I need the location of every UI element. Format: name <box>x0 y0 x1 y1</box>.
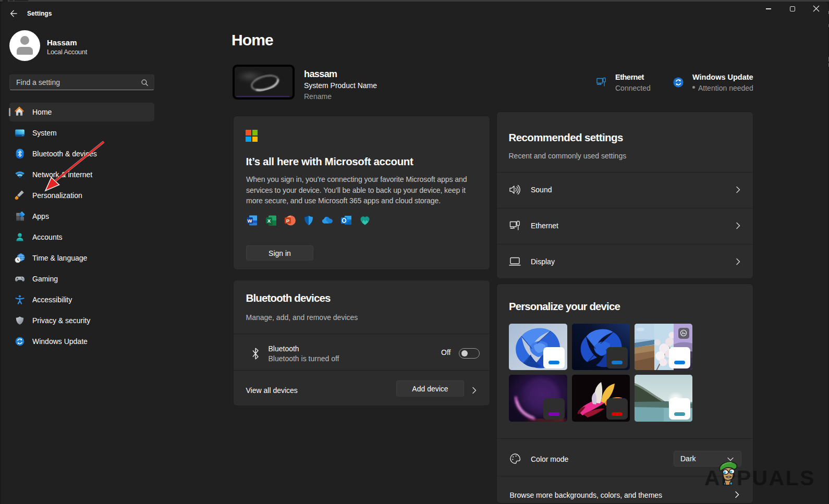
svg-text:X: X <box>267 218 271 224</box>
svg-text:P: P <box>286 218 290 224</box>
svg-text:W: W <box>248 218 252 224</box>
